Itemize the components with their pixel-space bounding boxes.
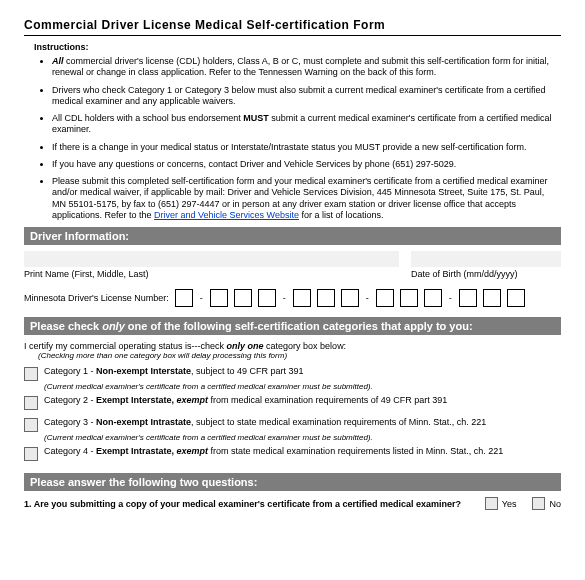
license-char-box[interactable]: [483, 289, 501, 307]
category-4-checkbox[interactable]: [24, 447, 38, 461]
license-char-box[interactable]: [234, 289, 252, 307]
instruction-item: All commercial driver's license (CDL) ho…: [52, 56, 555, 79]
category-4-label: Category 4 - Exempt Intrastate, exempt f…: [44, 446, 561, 456]
q1-no-checkbox[interactable]: [532, 497, 545, 510]
license-char-box[interactable]: [210, 289, 228, 307]
instruction-item: Please submit this completed self-certif…: [52, 176, 555, 221]
category-1-label: Category 1 - Non-exempt Interstate, subj…: [44, 366, 561, 376]
instruction-item: If you have any questions or concerns, c…: [52, 159, 555, 170]
instruction-item: All CDL holders with a school bus endors…: [52, 113, 555, 136]
category-3-sub: (Current medical examiner's certificate …: [44, 433, 561, 442]
license-char-box[interactable]: [341, 289, 359, 307]
dvs-website-link[interactable]: Driver and Vehicle Services Website: [154, 210, 299, 220]
license-char-box[interactable]: [293, 289, 311, 307]
license-char-box[interactable]: [258, 289, 276, 307]
dash-icon: -: [448, 293, 453, 303]
license-char-box[interactable]: [507, 289, 525, 307]
dash-icon: -: [199, 293, 204, 303]
instructions-list: All commercial driver's license (CDL) ho…: [24, 56, 561, 221]
cert-lead: I certify my commercial operating status…: [24, 341, 561, 351]
license-char-box[interactable]: [459, 289, 477, 307]
category-1-sub: (Current medical examiner's certificate …: [44, 382, 561, 391]
category-3-label: Category 3 - Non-exempt Intrastate, subj…: [44, 417, 561, 427]
instructions-heading: Instructions:: [34, 42, 561, 52]
cert-sublead: (Checking more than one category box wil…: [38, 351, 561, 360]
instruction-item: Drivers who check Category 1 or Category…: [52, 85, 555, 108]
q1-yes-checkbox[interactable]: [485, 497, 498, 510]
section-bar-questions: Please answer the following two question…: [24, 473, 561, 491]
category-1-checkbox[interactable]: [24, 367, 38, 381]
license-char-box[interactable]: [400, 289, 418, 307]
section-bar-driver-info: Driver Information:: [24, 227, 561, 245]
license-char-box[interactable]: [175, 289, 193, 307]
instruction-item: If there is a change in your medical sta…: [52, 142, 555, 153]
question-1-text: 1. Are you submitting a copy of your med…: [24, 499, 461, 509]
category-3-checkbox[interactable]: [24, 418, 38, 432]
category-2-checkbox[interactable]: [24, 396, 38, 410]
license-char-box[interactable]: [317, 289, 335, 307]
yes-label: Yes: [502, 499, 517, 509]
print-name-input[interactable]: [24, 251, 399, 267]
dob-input[interactable]: [411, 251, 561, 267]
license-char-box[interactable]: [376, 289, 394, 307]
dob-label: Date of Birth (mm/dd/yyyy): [411, 269, 561, 279]
dash-icon: -: [282, 293, 287, 303]
form-title: Commercial Driver License Medical Self-c…: [24, 18, 561, 36]
license-char-box[interactable]: [424, 289, 442, 307]
section-bar-categories: Please check only one of the following s…: [24, 317, 561, 335]
category-2-label: Category 2 - Exempt Interstate, exempt f…: [44, 395, 561, 405]
license-label: Minnesota Driver's License Number:: [24, 293, 169, 303]
dash-icon: -: [365, 293, 370, 303]
print-name-label: Print Name (First, Middle, Last): [24, 269, 399, 279]
no-label: No: [549, 499, 561, 509]
